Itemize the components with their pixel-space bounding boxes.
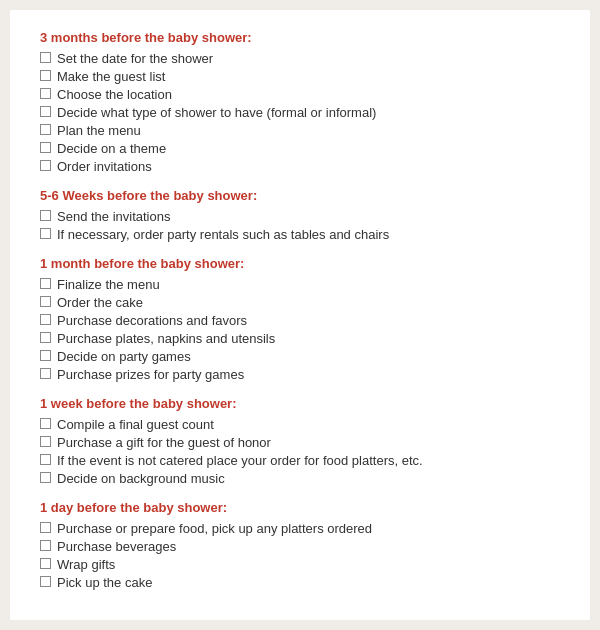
item-label: Send the invitations (57, 209, 170, 224)
list-item: Purchase beverages (40, 539, 560, 554)
item-label: Purchase or prepare food, pick up any pl… (57, 521, 372, 536)
item-label: Purchase a gift for the guest of honor (57, 435, 271, 450)
list-item: Decide on party games (40, 349, 560, 364)
list-item: Plan the menu (40, 123, 560, 138)
list-item: Purchase a gift for the guest of honor (40, 435, 560, 450)
checkbox[interactable] (40, 70, 51, 81)
item-label: Purchase decorations and favors (57, 313, 247, 328)
list-item: Send the invitations (40, 209, 560, 224)
item-label: Purchase prizes for party games (57, 367, 244, 382)
item-label: Decide on background music (57, 471, 225, 486)
section-heading-section-1day: 1 day before the baby shower: (40, 500, 560, 515)
item-label: Plan the menu (57, 123, 141, 138)
item-label: Order invitations (57, 159, 152, 174)
checkbox[interactable] (40, 332, 51, 343)
checkbox[interactable] (40, 296, 51, 307)
checkbox[interactable] (40, 160, 51, 171)
list-item: Decide what type of shower to have (form… (40, 105, 560, 120)
section-heading-section-1week: 1 week before the baby shower: (40, 396, 560, 411)
checkbox[interactable] (40, 314, 51, 325)
checkbox[interactable] (40, 522, 51, 533)
checkbox[interactable] (40, 278, 51, 289)
list-item: Order the cake (40, 295, 560, 310)
item-label: If necessary, order party rentals such a… (57, 227, 389, 242)
checklist-section-56weeks: Send the invitationsIf necessary, order … (40, 209, 560, 242)
checkbox[interactable] (40, 558, 51, 569)
list-item: Decide on a theme (40, 141, 560, 156)
item-label: Set the date for the shower (57, 51, 213, 66)
checkbox[interactable] (40, 142, 51, 153)
item-label: Decide what type of shower to have (form… (57, 105, 376, 120)
checkbox[interactable] (40, 368, 51, 379)
list-item: Compile a final guest count (40, 417, 560, 432)
item-label: Purchase beverages (57, 539, 176, 554)
list-item: Choose the location (40, 87, 560, 102)
item-label: If the event is not catered place your o… (57, 453, 423, 468)
checkbox[interactable] (40, 124, 51, 135)
checkbox[interactable] (40, 436, 51, 447)
checklist-section-1day: Purchase or prepare food, pick up any pl… (40, 521, 560, 590)
list-item: Finalize the menu (40, 277, 560, 292)
item-label: Order the cake (57, 295, 143, 310)
checkbox[interactable] (40, 418, 51, 429)
item-label: Choose the location (57, 87, 172, 102)
item-label: Compile a final guest count (57, 417, 214, 432)
item-label: Decide on party games (57, 349, 191, 364)
checkbox[interactable] (40, 540, 51, 551)
list-item: If necessary, order party rentals such a… (40, 227, 560, 242)
list-item: Purchase or prepare food, pick up any pl… (40, 521, 560, 536)
checkbox[interactable] (40, 106, 51, 117)
item-label: Decide on a theme (57, 141, 166, 156)
checkbox[interactable] (40, 454, 51, 465)
list-item: Purchase prizes for party games (40, 367, 560, 382)
checklist-section-3months: Set the date for the showerMake the gues… (40, 51, 560, 174)
list-item: Make the guest list (40, 69, 560, 84)
list-item: Purchase plates, napkins and utensils (40, 331, 560, 346)
item-label: Make the guest list (57, 69, 165, 84)
section-heading-section-1month: 1 month before the baby shower: (40, 256, 560, 271)
item-label: Finalize the menu (57, 277, 160, 292)
item-label: Purchase plates, napkins and utensils (57, 331, 275, 346)
checklist-section-1month: Finalize the menuOrder the cakePurchase … (40, 277, 560, 382)
checkbox[interactable] (40, 228, 51, 239)
list-item: Purchase decorations and favors (40, 313, 560, 328)
item-label: Wrap gifts (57, 557, 115, 572)
checkbox[interactable] (40, 472, 51, 483)
list-item: Wrap gifts (40, 557, 560, 572)
list-item: Pick up the cake (40, 575, 560, 590)
list-item: Order invitations (40, 159, 560, 174)
page-container: 3 months before the baby shower:Set the … (10, 10, 590, 620)
section-heading-section-56weeks: 5-6 Weeks before the baby shower: (40, 188, 560, 203)
checkbox[interactable] (40, 576, 51, 587)
checkbox[interactable] (40, 210, 51, 221)
checkbox[interactable] (40, 350, 51, 361)
checklist-section-1week: Compile a final guest countPurchase a gi… (40, 417, 560, 486)
section-heading-section-3months: 3 months before the baby shower: (40, 30, 560, 45)
list-item: If the event is not catered place your o… (40, 453, 560, 468)
checkbox[interactable] (40, 88, 51, 99)
checkbox[interactable] (40, 52, 51, 63)
item-label: Pick up the cake (57, 575, 152, 590)
list-item: Set the date for the shower (40, 51, 560, 66)
list-item: Decide on background music (40, 471, 560, 486)
